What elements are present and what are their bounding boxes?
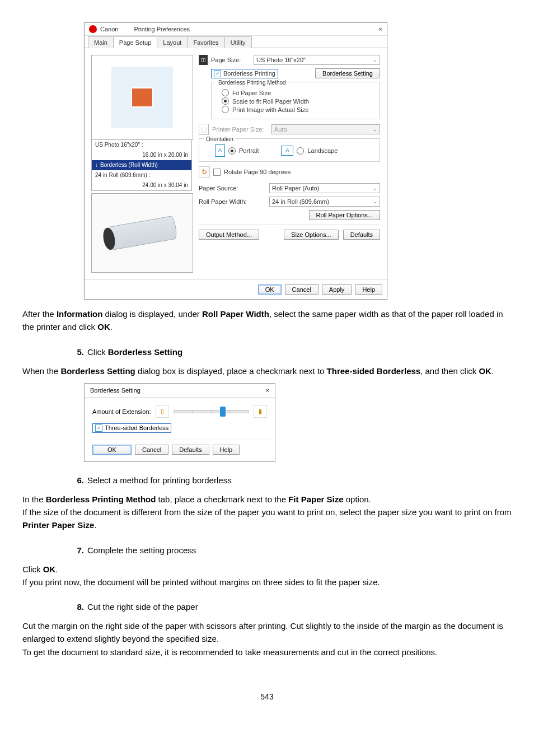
borderless-method-group: Borderless Printing Method Fit Paper Siz… — [211, 82, 380, 119]
borderless-printing-checkbox[interactable]: ✓ — [214, 70, 221, 77]
orientation-title: Orientation — [204, 136, 236, 142]
method-actual-size[interactable]: Print Image with Actual Size — [222, 106, 375, 113]
rotate-90-label: Rotate Page 90 degrees — [224, 169, 291, 175]
page-size-icon: ◫ — [199, 55, 208, 65]
output-method-button[interactable]: Output Method... — [199, 230, 259, 240]
roll-paper-options-button[interactable]: Roll Paper Options... — [309, 210, 381, 220]
step-8-body: Cut the margin on the right side of the … — [22, 619, 512, 659]
preview-conversion: Borderless (Roll Width) — [92, 160, 191, 170]
help-button[interactable]: Help — [213, 445, 240, 455]
landscape-icon: A — [281, 146, 293, 156]
tab-layout[interactable]: Layout — [157, 36, 188, 48]
printer-paper-size-icon: ▢ — [199, 124, 209, 135]
preview-column: US Photo 16"x20" : 16.00 in x 20.00 in B… — [91, 55, 192, 273]
borderless-printing-highlight: ✓ Borderless Printing — [211, 69, 278, 78]
method-fit-paper-size[interactable]: Fit Paper Size — [222, 89, 375, 96]
paragraph-after-dialog: After the Information dialog is displaye… — [22, 307, 512, 334]
preview-source-size-value: 16.00 in x 20.00 in — [92, 150, 191, 160]
printer-paper-size-label: Printer Paper Size: — [212, 126, 268, 133]
chevron-down-icon: ⌄ — [373, 199, 377, 204]
preview-target-size-label: 24 in Roll (609.6mm) : — [92, 170, 191, 180]
dlg2-title: Borderless Setting — [90, 387, 140, 394]
title-text: Printing Preferences — [134, 26, 190, 32]
defaults-button[interactable]: Defaults — [172, 445, 209, 455]
three-sided-borderless-label: Three-sided Borderless — [105, 424, 168, 431]
paper-source-select[interactable]: Roll Paper (Auto)⌄ — [269, 183, 380, 193]
defaults-button[interactable]: Defaults — [343, 230, 380, 240]
page-size-select[interactable]: US Photo 16"x20"⌄ — [254, 55, 380, 65]
paper-source-label: Paper Source: — [199, 185, 266, 192]
chevron-down-icon: ⌄ — [373, 185, 377, 191]
three-sided-borderless-checkbox[interactable]: ✓ — [95, 424, 102, 432]
rotate-90-icon: ↻ — [199, 166, 210, 178]
dialog-titlebar: Canon Printing Preferences × — [85, 23, 387, 36]
preview-target-size-value: 24.00 in x 30.04 in — [92, 180, 191, 190]
step-8-heading: 8. Cut the right side of the paper — [67, 602, 512, 612]
page-number: 543 — [22, 692, 512, 701]
three-sided-borderless-highlight: ✓ Three-sided Borderless — [92, 423, 171, 433]
tab-page-setup[interactable]: Page Setup — [113, 36, 158, 48]
borderless-printing-label: Borderless Printing — [223, 70, 275, 77]
canon-logo-icon — [89, 25, 97, 33]
preview-info: US Photo 16"x20" : 16.00 in x 20.00 in B… — [91, 140, 192, 191]
orientation-portrait[interactable]: A Portrait — [215, 144, 259, 157]
step-7-body: Click OK. If you print now, the document… — [22, 563, 512, 589]
roll-paper-width-label: Roll Paper Width: — [199, 198, 266, 205]
step-6-heading: 6. Select a method for printing borderle… — [67, 475, 512, 485]
close-icon[interactable]: × — [266, 387, 269, 394]
borderless-method-title: Borderless Printing Method — [216, 80, 288, 86]
preview-source-size-label: US Photo 16"x20" : — [92, 140, 191, 150]
orientation-group: Orientation A Portrait A Landscape — [199, 138, 380, 162]
tab-strip: Main Page Setup Layout Favorites Utility — [85, 36, 387, 48]
roll-paper-width-select[interactable]: 24 in Roll (609.6mm)⌄ — [269, 197, 380, 207]
printer-paper-size-select: Auto⌄ — [271, 124, 380, 134]
ok-button[interactable]: OK — [258, 284, 282, 295]
roll-illustration: ਮ — [91, 193, 193, 273]
amount-of-extension-label: Amount of Extension: — [92, 408, 151, 415]
tab-utility[interactable]: Utility — [224, 36, 252, 48]
title-brand: Canon — [100, 26, 118, 32]
printing-preferences-dialog: Canon Printing Preferences × Main Page S… — [84, 22, 387, 300]
rotate-90-checkbox[interactable] — [213, 169, 221, 176]
step-6-body-1: In the Borderless Printing Method tab, p… — [22, 493, 512, 532]
ok-button[interactable]: OK — [92, 445, 132, 455]
amount-of-extension-slider[interactable] — [174, 410, 249, 413]
step-5-heading: 5. Click Borderless Setting — [67, 347, 512, 357]
borderless-setting-dialog: Borderless Setting × Amount of Extension… — [84, 383, 275, 462]
close-icon[interactable]: × — [379, 26, 382, 32]
orientation-landscape[interactable]: A Landscape — [281, 146, 338, 156]
method-scale-roll-width[interactable]: Scale to fit Roll Paper Width — [222, 97, 375, 105]
portrait-icon: A — [215, 144, 225, 157]
borderless-setting-button[interactable]: Borderless Setting — [315, 68, 380, 78]
extension-min-icon: ▯ — [156, 405, 169, 418]
tab-main[interactable]: Main — [88, 36, 114, 48]
step-5-body: When the Borderless Setting dialog box i… — [22, 365, 512, 377]
cancel-button[interactable]: Cancel — [135, 445, 168, 455]
chevron-down-icon: ⌄ — [373, 57, 377, 63]
tab-favorites[interactable]: Favorites — [187, 36, 224, 48]
cancel-button[interactable]: Cancel — [285, 284, 318, 295]
page-size-label: Page Size: — [211, 57, 250, 63]
step-7-heading: 7. Complete the setting process — [67, 545, 512, 555]
print-preview — [91, 55, 193, 140]
help-button[interactable]: Help — [355, 284, 382, 295]
extension-max-icon: ▮ — [254, 405, 267, 418]
size-options-button[interactable]: Size Options... — [284, 230, 339, 240]
chevron-down-icon: ⌄ — [373, 127, 377, 132]
apply-button[interactable]: Apply — [322, 284, 352, 295]
